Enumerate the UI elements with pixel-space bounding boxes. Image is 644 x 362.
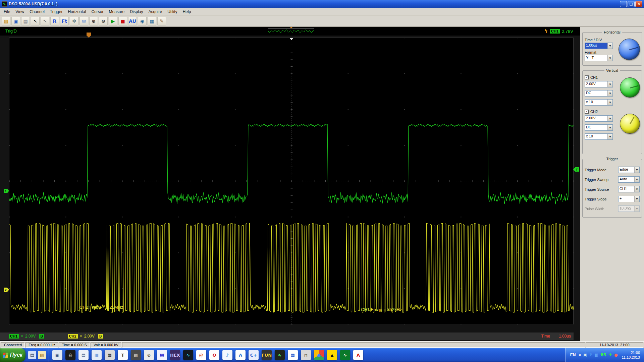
trigger-position-marker[interactable] — [87, 33, 91, 38]
menu-item[interactable]: Display — [127, 8, 146, 15]
tray-icon[interactable]: ♪ — [589, 353, 592, 357]
close-button[interactable]: × — [635, 1, 642, 7]
trigger-level-marker[interactable]: T — [573, 167, 579, 172]
toolbar-button-icon[interactable]: ▦ — [148, 17, 156, 25]
toolbar-button-icon[interactable]: ▤ — [21, 17, 30, 25]
toolbar-button-icon[interactable]: ↖ — [31, 17, 40, 25]
taskbar-app-icon[interactable]: ∿ — [275, 350, 285, 360]
taskbar-app-icon[interactable]: ♪ — [222, 350, 232, 360]
taskbar-app-icon[interactable]: ▥ — [92, 350, 102, 360]
language-indicator[interactable]: EN — [570, 353, 576, 357]
record-position-preview[interactable] — [268, 28, 314, 34]
toolbar-button-icon[interactable]: ✉ — [79, 17, 88, 25]
menu-item[interactable]: File — [1, 8, 13, 15]
taskbar-app-icon[interactable]: ▩ — [131, 350, 141, 360]
chevron-down-icon[interactable]: ▼ — [607, 43, 612, 49]
ch2-position-marker[interactable]: 2 — [4, 288, 9, 292]
toolbar-button-icon[interactable]: ◉ — [138, 17, 147, 25]
menu-item[interactable]: Trigger — [47, 8, 65, 15]
ch2-enable-checkbox[interactable]: ✓ — [585, 110, 589, 114]
trigger-option-combobox[interactable]: Edge ▼ — [618, 167, 640, 173]
toolbar-button-icon[interactable]: ⊕ — [89, 17, 98, 25]
ch1-volts-combobox[interactable]: 2.00V ▼ — [585, 81, 613, 87]
chevron-down-icon[interactable]: ▼ — [634, 196, 639, 202]
ch2-volts-combobox[interactable]: 2.00V ▼ — [585, 115, 613, 122]
chevron-down-icon[interactable]: ▼ — [607, 134, 612, 139]
ch1-coupling-combobox[interactable]: DC ▼ — [585, 90, 613, 97]
toolbar-button-icon[interactable]: ✻ — [70, 17, 78, 25]
taskbar-app-icon[interactable]: ● — [314, 350, 324, 360]
taskbar-app-icon[interactable]: ▦ — [288, 350, 298, 360]
chevron-down-icon[interactable]: ▼ — [607, 55, 612, 61]
taskbar-app-icon[interactable]: @ — [196, 350, 206, 360]
menu-item[interactable]: Utility — [165, 8, 180, 15]
ch2-coupling-combobox[interactable]: DC ▼ — [585, 124, 613, 131]
tray-icon[interactable]: ▣ — [583, 353, 587, 357]
ch2-position-knob[interactable] — [620, 114, 640, 134]
chevron-down-icon[interactable]: ▼ — [607, 100, 612, 105]
ch1-enable-checkbox[interactable]: ✓ — [585, 75, 589, 79]
tray-icon[interactable]: 85 — [601, 353, 606, 357]
taskbar-app-icon[interactable]: ▲ — [327, 350, 337, 360]
horizontal-position-knob[interactable] — [619, 39, 640, 60]
taskbar-app-icon[interactable]: ⊓ — [301, 350, 311, 360]
chevron-down-icon[interactable]: ▼ — [634, 186, 639, 192]
format-combobox[interactable]: Y - T ▼ — [585, 55, 613, 61]
maximize-button[interactable]: □ — [628, 1, 635, 7]
chevron-down-icon[interactable]: ▼ — [607, 90, 612, 96]
quick-launch-icon[interactable]: ▨ — [38, 351, 46, 359]
taskbar-app-icon[interactable]: ☠ — [65, 350, 75, 360]
ch1-label-badge[interactable]: CH1 — [9, 334, 19, 339]
tray-icon[interactable]: ● — [614, 353, 618, 357]
chevron-down-icon[interactable]: ▼ — [607, 125, 612, 130]
toolbar-button-icon[interactable]: ✎ — [157, 17, 166, 25]
menu-item[interactable]: Measure — [106, 8, 127, 15]
menu-item[interactable]: Help — [180, 8, 194, 15]
chevron-down-icon[interactable]: ▼ — [634, 167, 639, 173]
minimize-button[interactable]: — — [620, 1, 627, 7]
toolbar-button-icon[interactable]: ↖ — [41, 17, 49, 25]
taskbar-app-icon[interactable]: ∿ — [183, 350, 193, 360]
ch1-position-knob[interactable] — [620, 77, 640, 98]
start-button[interactable]: Пуск — [0, 348, 25, 362]
chevron-down-icon[interactable]: ▼ — [634, 206, 639, 212]
tray-icon[interactable]: ▥ — [594, 353, 598, 357]
chevron-down-icon[interactable]: ▼ — [634, 177, 639, 182]
ch1-position-marker[interactable]: 1 — [4, 189, 9, 193]
toolbar-button-icon[interactable]: ▨ — [2, 17, 10, 25]
toolbar-button-icon[interactable]: ⊖ — [99, 17, 108, 25]
taskbar-app-icon[interactable]: O — [209, 350, 219, 360]
taskbar-app-icon[interactable]: A — [353, 350, 363, 360]
ch2-probe-combobox[interactable]: x 10 ▼ — [585, 133, 613, 140]
taskbar-app-icon[interactable]: T — [118, 350, 128, 360]
quick-launch-icon[interactable]: ▤ — [28, 351, 36, 359]
taskbar-app-icon[interactable]: HEX — [170, 350, 180, 360]
tray-icon[interactable]: « — [578, 353, 581, 357]
time-div-combobox[interactable]: 1.00us ▼ — [585, 43, 613, 49]
menu-item[interactable]: Acquire — [146, 8, 165, 15]
chevron-down-icon[interactable]: ▼ — [607, 81, 612, 87]
toolbar-button-icon[interactable]: AU — [128, 17, 137, 25]
ch1-probe-combobox[interactable]: x 10 ▼ — [585, 99, 613, 106]
taskbar-app-icon[interactable]: ∿ — [340, 350, 350, 360]
taskbar-app-icon[interactable]: FUN — [262, 350, 272, 360]
taskbar-app-icon[interactable]: ▦ — [105, 350, 115, 360]
trigger-option-combobox[interactable]: + ▼ — [618, 196, 640, 202]
toolbar-button-icon[interactable]: ▣ — [11, 17, 20, 25]
toolbar-button-icon[interactable]: ▶ — [109, 17, 117, 25]
taskbar-app-icon[interactable]: ⊙ — [144, 350, 154, 360]
menu-item[interactable]: View — [13, 8, 27, 15]
trigger-option-combobox[interactable]: CH1 ▼ — [618, 186, 640, 192]
ch2-label-badge[interactable]: CH2 — [68, 334, 78, 339]
toolbar-button-icon[interactable]: R — [50, 17, 59, 25]
toolbar-button-icon[interactable]: ■ — [118, 17, 127, 25]
tray-icon[interactable]: ✚ — [608, 353, 612, 357]
taskbar-app-icon[interactable]: ▣ — [52, 350, 62, 360]
toolbar-button-icon[interactable]: Ft — [60, 17, 69, 25]
menu-item[interactable]: Channel — [27, 8, 47, 15]
trigger-option-combobox[interactable]: 10.0nS ▼ — [618, 205, 640, 212]
menu-item[interactable]: Horizontal — [65, 8, 89, 15]
taskbar-app-icon[interactable]: W — [157, 350, 167, 360]
menu-item[interactable]: Cursor — [89, 8, 106, 15]
taskbar-app-icon[interactable]: ▤ — [78, 350, 89, 360]
